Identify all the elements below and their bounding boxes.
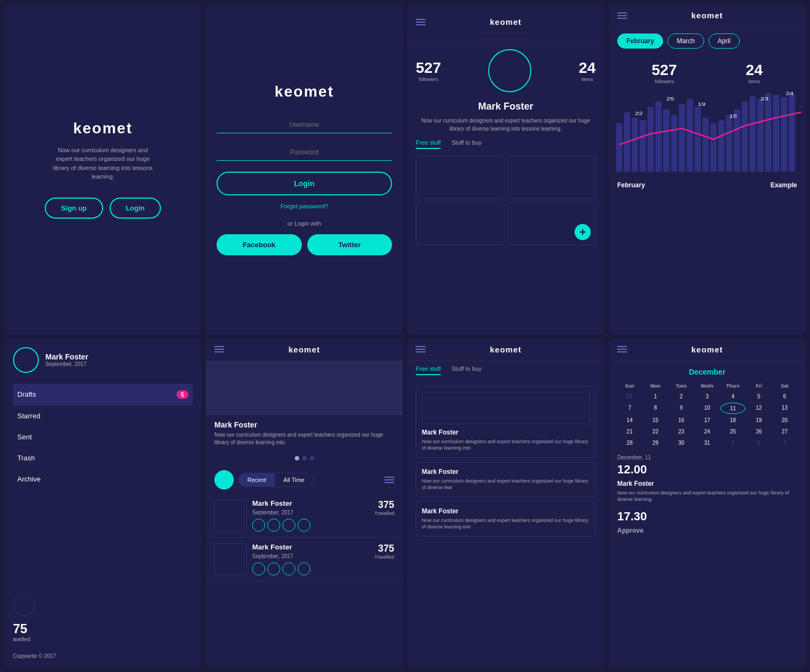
panel-chart: keomet February March April 527 follower… [609, 4, 806, 334]
sidebar-user-date: September, 2017 [45, 361, 88, 367]
password-input[interactable] [217, 144, 392, 161]
cal-day-13[interactable]: 13 [772, 403, 797, 414]
profile-hamburger[interactable] [416, 19, 426, 25]
toggle-alltime-btn[interactable]: All Time [275, 473, 313, 486]
toggle-avatar [214, 470, 234, 490]
chart-header: keomet [609, 4, 806, 27]
tab-free[interactable]: Free stuff [416, 139, 441, 149]
svg-rect-14 [726, 115, 732, 172]
dot-3 [310, 456, 314, 460]
twitter-button[interactable]: Twitter [307, 234, 393, 255]
cal-day-1[interactable]: 1 [643, 391, 668, 402]
cal-day-14[interactable]: 14 [617, 415, 642, 425]
cal-day-4[interactable]: 4 [720, 391, 745, 402]
cal-day-30[interactable]: 30 [669, 438, 694, 448]
recent-item-1: Mark Foster September, 2017 375 Travelle… [206, 494, 403, 538]
cal-day-20[interactable]: 20 [772, 415, 797, 425]
toggle-menu-icon[interactable] [384, 477, 394, 483]
nav-item-drafts[interactable]: Drafts 5 [13, 384, 193, 405]
forgot-password-link[interactable]: Forgot password? [280, 203, 328, 209]
feed-tab-buy[interactable]: Stuff to buy [451, 365, 481, 375]
cal-day-16[interactable]: 16 [669, 415, 694, 425]
mini-avatar-6 [267, 562, 280, 575]
cal-day-15[interactable]: 15 [643, 415, 668, 425]
nav-item-sent[interactable]: Sent [13, 426, 193, 447]
feed-card-name-3: Mark Foster [422, 507, 590, 515]
facebook-button[interactable]: Facebook [217, 234, 302, 255]
cal-day-24[interactable]: 24 [695, 426, 720, 437]
item-name-2: Mark Foster [252, 543, 369, 551]
bottom-label: avelled [13, 636, 193, 642]
add-content-button[interactable]: + [575, 224, 591, 240]
cal-header-weds: Weds [695, 382, 720, 390]
cal-day-1-next[interactable]: 1 [720, 438, 745, 448]
nav-item-trash[interactable]: Trash [13, 447, 193, 469]
items-label: items [579, 77, 596, 82]
recent-user-name: Mark Foster [214, 420, 394, 429]
tab-april[interactable]: April [708, 33, 740, 49]
svg-rect-16 [741, 101, 748, 172]
cal-day-7[interactable]: 7 [617, 403, 642, 414]
chart-hamburger[interactable] [617, 12, 627, 19]
panel-profile: keomet 527 followers 24 items Mark Foste… [407, 4, 604, 334]
grid-cell-4: + [508, 202, 596, 245]
cal-day-2[interactable]: 2 [669, 391, 694, 402]
feed-tab-free[interactable]: Free stuff [416, 365, 441, 375]
cal-day-17[interactable]: 17 [695, 415, 720, 425]
cal-day-27[interactable]: 27 [772, 426, 797, 437]
cal-day-25[interactable]: 25 [720, 426, 745, 437]
chart-items-stat: 24 items [746, 62, 762, 84]
recent-user-desc: Now our curriculum designers and expert … [214, 431, 394, 446]
calendar-hamburger[interactable] [617, 346, 627, 352]
toggle-group: Recent All Time [206, 466, 403, 494]
cal-day-18[interactable]: 18 [720, 415, 745, 425]
grid-cell-2 [508, 155, 596, 199]
chart-followers-count: 527 [652, 62, 677, 79]
cal-day-12[interactable]: 12 [746, 403, 771, 414]
profile-grid: + [416, 155, 596, 245]
login-button-welcome[interactable]: Login [110, 198, 161, 219]
cal-day-23[interactable]: 23 [669, 426, 694, 437]
feed-tabs: Free stuff Stuff to buy [407, 361, 604, 379]
cal-day-11-today[interactable]: 11 [720, 403, 745, 414]
item-info-1: Mark Foster September, 2017 [252, 499, 369, 532]
cal-day-3[interactable]: 3 [695, 391, 720, 402]
cal-day-31[interactable]: 31 [695, 438, 720, 448]
login-button[interactable]: Login [217, 172, 392, 195]
profile-tabs: Free stuff Stuff to buy [416, 139, 596, 149]
recent-hamburger[interactable] [214, 346, 224, 352]
sidebar-circle [13, 594, 35, 616]
nav-item-archive[interactable]: Archive [13, 469, 193, 490]
toggle-recent-btn[interactable]: Recent [239, 473, 275, 486]
svg-rect-8 [679, 104, 685, 172]
cal-day-9[interactable]: 9 [669, 403, 694, 414]
nav-item-starred[interactable]: Starred [13, 405, 193, 426]
cal-day-31-prev[interactable]: 31 [617, 391, 642, 402]
feed-hamburger[interactable] [416, 346, 426, 352]
cal-day-5[interactable]: 5 [746, 391, 771, 402]
cal-day-21[interactable]: 21 [617, 426, 642, 437]
dot-1 [295, 456, 299, 460]
cal-day-29[interactable]: 29 [643, 438, 668, 448]
cal-day-10[interactable]: 10 [695, 403, 720, 414]
cal-day-28[interactable]: 28 [617, 438, 642, 448]
nav-label-trash: Trash [17, 454, 35, 462]
svg-text:22: 22 [635, 111, 643, 116]
cal-day-3-next[interactable]: 3 [772, 438, 797, 448]
tab-march[interactable]: March [667, 33, 704, 49]
item-count-block-2: 375 Travelled [374, 543, 394, 575]
item-thumb-2 [214, 543, 247, 575]
cal-day-22[interactable]: 22 [643, 426, 668, 437]
username-input[interactable] [217, 117, 392, 133]
cal-day-6[interactable]: 6 [772, 391, 797, 402]
cal-day-26[interactable]: 26 [746, 426, 771, 437]
signup-button[interactable]: Sign up [45, 198, 103, 219]
cal-day-2-next[interactable]: 2 [746, 438, 771, 448]
cal-day-8[interactable]: 8 [643, 403, 668, 414]
item-date-1: September, 2017 [252, 510, 369, 515]
tab-february[interactable]: February [617, 33, 663, 49]
chart-stats: 527 followers 24 items [609, 55, 806, 91]
event2-label: Approve [617, 527, 797, 534]
tab-buy[interactable]: Stuff to buy [451, 139, 481, 149]
cal-day-19[interactable]: 19 [746, 415, 771, 425]
